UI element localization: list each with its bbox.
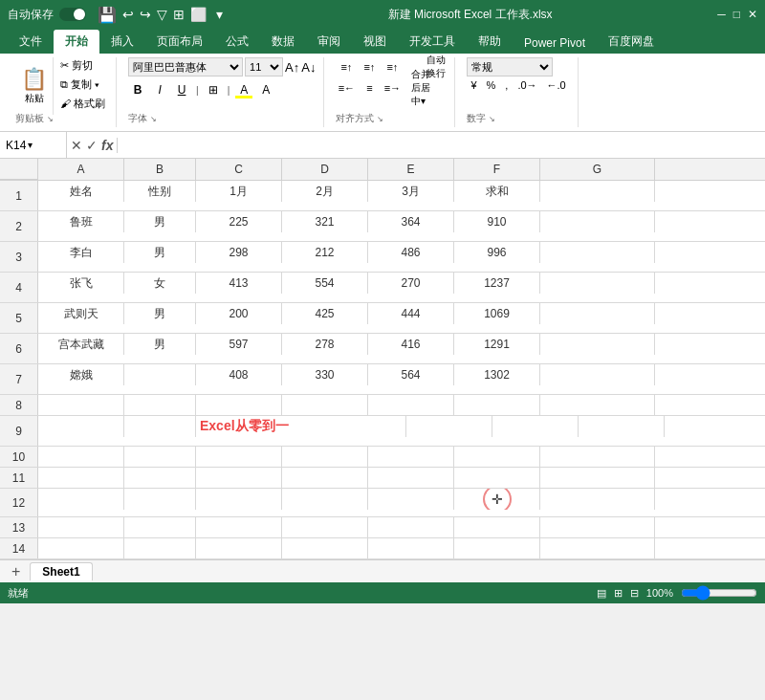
tab-home[interactable]: 开始 — [54, 30, 99, 54]
cell-f12[interactable]: ✛ — [454, 489, 540, 510]
screenshot-icon[interactable]: ⬜ — [190, 7, 207, 22]
cell-e13[interactable] — [368, 517, 454, 538]
cell-b13[interactable] — [124, 517, 196, 538]
italic-button[interactable]: I — [150, 80, 169, 99]
cell-f1[interactable]: 求和 — [454, 181, 540, 202]
cut-button[interactable]: ✂ 剪切 — [57, 57, 108, 74]
cell-a3[interactable]: 李白 — [38, 242, 124, 263]
cell-a7[interactable]: 嫦娥 — [38, 364, 124, 385]
cell-a6[interactable]: 宫本武藏 — [38, 334, 124, 355]
cell-a13[interactable] — [38, 517, 124, 538]
cell-b5[interactable]: 男 — [124, 303, 196, 324]
cell-g14[interactable] — [540, 538, 655, 559]
align-top-center-button[interactable]: ≡↑ — [359, 57, 380, 77]
cell-f3[interactable]: 996 — [454, 242, 540, 263]
row-header-4[interactable]: 4 — [0, 273, 38, 302]
border-button[interactable]: ⊞ — [204, 80, 223, 99]
cell-e6[interactable]: 416 — [368, 334, 454, 355]
tab-formula[interactable]: 公式 — [214, 30, 260, 54]
cell-g8[interactable] — [540, 395, 655, 416]
cell-f5[interactable]: 1069 — [454, 303, 540, 324]
number-format-select[interactable]: 常规 — [467, 57, 553, 77]
insert-function-icon[interactable]: fx — [101, 138, 113, 153]
align-top-right-button[interactable]: ≡↑ — [382, 57, 403, 77]
row-header-11[interactable]: 11 — [0, 468, 38, 488]
row-header-14[interactable]: 14 — [0, 538, 38, 558]
align-left-button[interactable]: ≡← — [336, 78, 357, 98]
cell-d12[interactable] — [282, 489, 368, 510]
tab-developer[interactable]: 开发工具 — [398, 30, 467, 54]
cell-f6[interactable]: 1291 — [454, 334, 540, 355]
view-page-icon[interactable]: ⊞ — [614, 587, 623, 600]
corner-cell[interactable] — [0, 159, 38, 180]
row-header-8[interactable]: 8 — [0, 395, 38, 415]
confirm-formula-icon[interactable]: ✓ — [86, 138, 98, 153]
cell-e10[interactable] — [368, 447, 454, 468]
tab-baidu[interactable]: 百度网盘 — [597, 30, 666, 54]
close-button[interactable]: ✕ — [748, 8, 757, 21]
cell-d4[interactable]: 554 — [282, 273, 368, 294]
cell-g12[interactable] — [540, 489, 655, 510]
cell-c7[interactable]: 408 — [196, 364, 282, 385]
cell-c2[interactable]: 225 — [196, 211, 282, 232]
col-header-a[interactable]: A — [38, 159, 124, 180]
cell-e5[interactable]: 444 — [368, 303, 454, 324]
cell-b1[interactable]: 性别 — [124, 181, 196, 202]
tab-power-pivot[interactable]: Power Pivot — [513, 33, 597, 54]
cell-c3[interactable]: 298 — [196, 242, 282, 263]
align-top-left-button[interactable]: ≡↑ — [336, 57, 357, 77]
merge-button[interactable]: 合并后居中▾ — [410, 78, 431, 98]
row-header-2[interactable]: 2 — [0, 211, 38, 241]
tab-help[interactable]: 帮助 — [467, 30, 513, 54]
cell-g13[interactable] — [540, 517, 655, 538]
cell-c12[interactable] — [196, 489, 282, 510]
cell-d9[interactable] — [406, 416, 492, 437]
bold-button[interactable]: B — [128, 80, 147, 99]
format-painter-button[interactable]: 🖌 格式刷 — [57, 96, 108, 112]
cell-c9[interactable]: Excel从零到一 — [196, 416, 406, 437]
increase-decimal-button[interactable]: .0→ — [514, 78, 540, 92]
formula-input[interactable] — [118, 132, 765, 158]
cell-c11[interactable] — [196, 468, 282, 489]
expand-icon[interactable]: ▾ — [216, 7, 223, 22]
cell-f13[interactable] — [454, 517, 540, 538]
col-header-f[interactable]: F — [454, 159, 540, 180]
cell-g1[interactable] — [540, 181, 655, 202]
row-header-10[interactable]: 10 — [0, 447, 38, 467]
cell-b7[interactable] — [124, 364, 196, 385]
cell-g3[interactable] — [540, 242, 655, 263]
autosave-toggle[interactable] — [59, 8, 86, 21]
cell-f2[interactable]: 910 — [454, 211, 540, 232]
cell-a9[interactable] — [38, 416, 124, 437]
cell-a14[interactable] — [38, 538, 124, 559]
cell-c4[interactable]: 413 — [196, 273, 282, 294]
col-header-c[interactable]: C — [196, 159, 282, 180]
row-header-6[interactable]: 6 — [0, 334, 38, 363]
maximize-button[interactable]: □ — [733, 8, 740, 21]
cell-e9[interactable] — [492, 416, 579, 437]
tab-data[interactable]: 数据 — [260, 30, 306, 54]
cell-a8[interactable] — [38, 395, 124, 416]
cell-e4[interactable]: 270 — [368, 273, 454, 294]
row-header-12[interactable]: 12 — [0, 489, 38, 516]
row-header-3[interactable]: 3 — [0, 242, 38, 272]
cell-g7[interactable] — [540, 364, 655, 385]
tab-file[interactable]: 文件 — [8, 30, 54, 54]
cell-e1[interactable]: 3月 — [368, 181, 454, 202]
view-break-icon[interactable]: ⊟ — [630, 587, 639, 600]
cell-d7[interactable]: 330 — [282, 364, 368, 385]
table-icon[interactable]: ⊞ — [173, 7, 185, 22]
cell-c14[interactable] — [196, 538, 282, 559]
zoom-slider[interactable] — [681, 585, 757, 601]
cell-g10[interactable] — [540, 447, 655, 468]
align-right-button[interactable]: ≡→ — [382, 78, 403, 98]
cell-b11[interactable] — [124, 468, 196, 489]
cell-d2[interactable]: 321 — [282, 211, 368, 232]
cell-e7[interactable]: 564 — [368, 364, 454, 385]
col-header-g[interactable]: G — [540, 159, 655, 180]
cell-b3[interactable]: 男 — [124, 242, 196, 263]
cell-b9[interactable] — [124, 416, 196, 437]
align-center-button[interactable]: ≡ — [359, 78, 380, 98]
undo-icon[interactable]: ↩ — [122, 7, 134, 22]
cell-d10[interactable] — [282, 447, 368, 468]
